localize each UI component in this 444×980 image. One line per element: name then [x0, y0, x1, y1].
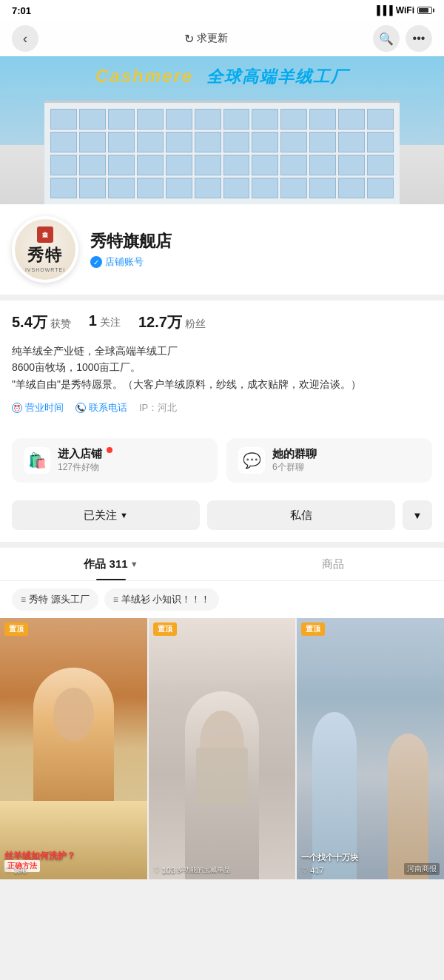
clock-icon: ⏰ — [12, 403, 22, 413]
cards-section: 🛍️ 进入店铺 127件好物 💬 她的群聊 6个群聊 — [0, 429, 444, 491]
status-bar: 7:01 ▐▐▐ WiFi — [0, 0, 444, 21]
group-card-title: 她的群聊 — [272, 447, 317, 461]
wifi-icon: WiFi — [396, 5, 414, 16]
shop-icon: 🛍️ — [24, 447, 50, 474]
video-caption-2: 一个找个十万块 — [301, 852, 440, 863]
profile-info: 秀特旗舰店 ✓ 店铺账号 — [90, 230, 432, 269]
phone-link[interactable]: 📞 联系电话 — [75, 401, 127, 415]
nav-center: ↻ 求更新 — [184, 32, 228, 46]
likes-stat: 5.4万 获赞 — [12, 312, 71, 332]
follow-label: 已关注 — [84, 509, 117, 523]
battery-icon — [417, 7, 432, 14]
tab-works[interactable]: 作品 311 ▼ — [0, 548, 222, 580]
video-likes-0: ♡ 196 — [4, 865, 27, 875]
tab-goods[interactable]: 商品 — [222, 548, 444, 580]
business-hours-label: 营业时间 — [25, 401, 64, 415]
tabs-section: 作品 311 ▼ 商品 — [0, 542, 444, 580]
avatar: 鑫 秀特 IVSHOWRTEI — [12, 216, 78, 283]
video-source-2: 河南商报 — [404, 863, 440, 875]
avatar-name-cn: 秀特 — [27, 244, 63, 266]
playlist-item-0[interactable]: ≡ 秀特 源头工厂 — [12, 588, 98, 611]
follow-button[interactable]: 已关注 ▼ — [12, 500, 200, 530]
video-card-1[interactable]: 置顶 ♡ 103 多功能的宝藏单品 — [149, 618, 296, 879]
group-chat-card[interactable]: 💬 她的群聊 6个群聊 — [226, 438, 432, 483]
avatar-logo: 鑫 — [37, 226, 53, 243]
shop-card-title: 进入店铺 — [58, 447, 112, 461]
playlist-icon-1: ≡ — [113, 594, 118, 605]
playlist-label-0: 秀特 源头工厂 — [29, 593, 90, 606]
playlist-section: ≡ 秀特 源头工厂 ≡ 羊绒衫 小知识！！！ — [0, 580, 444, 618]
following-count: 1 — [89, 312, 97, 329]
group-card-subtitle: 6个群聊 — [272, 461, 317, 474]
building-facade — [44, 101, 400, 204]
followers-count: 12.7万 — [138, 312, 182, 332]
shop-name: 秀特旗舰店 — [90, 230, 432, 252]
profile-header: 鑫 秀特 IVSHOWRTEI 秀特旗舰店 ✓ 店铺账号 — [0, 204, 444, 295]
group-card-text: 她的群聊 6个群聊 — [272, 447, 317, 474]
bio-line2: 8600亩牧场，1000亩工厂。 — [12, 361, 141, 373]
phone-icon: 📞 — [75, 403, 86, 413]
enter-shop-card[interactable]: 🛍️ 进入店铺 127件好物 — [12, 438, 218, 483]
dm-button[interactable]: 私信 — [207, 500, 395, 530]
bio-line3: "羊绒自由"是秀特愿景。（大客户羊绒原料，纱线，成衣贴牌，欢迎洽谈。） — [12, 378, 361, 390]
shop-card-subtitle: 127件好物 — [58, 461, 112, 474]
bio-line1: 纯羊绒全产业链，全球高端羊绒工厂 — [12, 345, 178, 357]
back-button[interactable]: ‹ — [12, 25, 38, 52]
heart-icon-2: ♡ — [301, 865, 309, 875]
tab-works-chevron: ▼ — [130, 560, 138, 568]
dm-label: 私信 — [290, 509, 312, 523]
status-icons: ▐▐▐ WiFi — [374, 5, 432, 16]
following-stat: 1 关注 — [89, 312, 121, 332]
links-row: ⏰ 营业时间 📞 联系电话 IP：河北 — [12, 401, 432, 415]
more-chevron: ▼ — [413, 510, 423, 521]
following-label: 关注 — [100, 316, 121, 329]
video-card-2[interactable]: 置顶 ♡ 417 河南商报 一个找个十万块 — [297, 618, 444, 879]
phone-label: 联系电话 — [89, 401, 127, 415]
likes-count-0: 196 — [13, 866, 27, 875]
video-card-0[interactable]: 置顶 丝羊绒如何洗护？ 正确方法 ♡ 196 — [0, 618, 147, 879]
refresh-label: 求更新 — [197, 32, 228, 45]
signal-icon: ▐▐▐ — [374, 5, 393, 16]
followers-stat: 12.7万 粉丝 — [138, 312, 206, 332]
building-bg: Cashmere 全球高端羊绒工厂 — [0, 56, 444, 204]
search-button[interactable]: 🔍 — [373, 25, 400, 52]
nav-bar: ‹ ↻ 求更新 🔍 ••• — [0, 21, 444, 56]
avatar-name-en: IVSHOWRTEI — [25, 267, 65, 272]
likes-extra-1: 多功能的宝藏单品 — [177, 865, 230, 875]
group-icon: 💬 — [238, 447, 265, 474]
refresh-icon: ↻ — [184, 32, 194, 46]
followers-label: 粉丝 — [185, 318, 206, 331]
business-hours-link[interactable]: ⏰ 营业时间 — [12, 401, 64, 415]
playlist-icon-0: ≡ — [21, 594, 26, 605]
pinned-badge-0: 置顶 — [4, 622, 28, 636]
more-button[interactable]: ••• — [406, 25, 432, 52]
notification-dot — [107, 447, 112, 453]
video-likes-2: ♡ 417 — [301, 865, 323, 875]
pinned-badge-1: 置顶 — [153, 622, 177, 636]
tab-works-label: 作品 311 — [84, 557, 127, 571]
heart-icon-0: ♡ — [4, 865, 12, 875]
likes-count-1: 103 — [162, 866, 175, 875]
cover-text: Cashmere 全球高端羊绒工厂 — [0, 64, 444, 88]
verified-label: 店铺账号 — [105, 255, 144, 269]
shop-card-text: 进入店铺 127件好物 — [58, 447, 112, 474]
likes-label: 获赞 — [50, 318, 71, 331]
profile-avatar-row: 鑫 秀特 IVSHOWRTEI 秀特旗舰店 ✓ 店铺账号 — [12, 204, 432, 283]
verified-icon: ✓ — [90, 256, 102, 268]
actions-section: 已关注 ▼ 私信 ▼ — [0, 491, 444, 542]
more-dropdown-button[interactable]: ▼ — [403, 500, 432, 530]
more-icon: ••• — [413, 32, 426, 45]
bio-text: 纯羊绒全产业链，全球高端羊绒工厂 8600亩牧场，1000亩工厂。 "羊绒自由"… — [12, 343, 432, 392]
playlist-label-1: 羊绒衫 小知识！！！ — [121, 593, 211, 606]
video-likes-1: ♡ 103 多功能的宝藏单品 — [153, 865, 230, 875]
status-time: 7:01 — [12, 5, 31, 16]
verified-badge: ✓ 店铺账号 — [90, 255, 432, 269]
cover-image: Cashmere 全球高端羊绒工厂 — [0, 56, 444, 204]
stats-section: 5.4万 获赞 1 关注 12.7万 粉丝 纯羊绒全产业链，全球高端羊绒工厂 8… — [0, 301, 444, 429]
pinned-badge-2: 置顶 — [301, 622, 325, 636]
heart-icon-1: ♡ — [153, 865, 161, 875]
playlist-item-1[interactable]: ≡ 羊绒衫 小知识！！！ — [104, 588, 220, 611]
refresh-button[interactable]: ↻ 求更新 — [184, 32, 228, 46]
tab-goods-label: 商品 — [322, 557, 344, 571]
stats-row: 5.4万 获赞 1 关注 12.7万 粉丝 — [12, 312, 432, 332]
